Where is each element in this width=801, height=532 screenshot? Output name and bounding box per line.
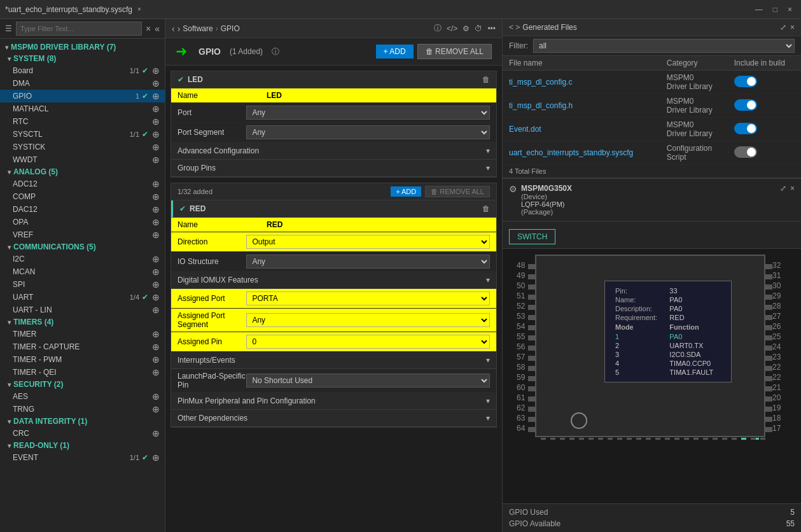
popup-pin-value: 33 [667,286,723,295]
file-link-1[interactable]: ti_msp_dl_config.c [509,78,572,87]
popup-mode-1[interactable]: 1 [613,332,667,341]
sidebar-item-timer-pwm[interactable]: TIMER - PWM ⊕ [0,353,165,366]
device-expand-icon[interactable]: ⤢ [780,184,786,193]
toggle-3[interactable] [734,123,757,134]
interrupts-header[interactable]: Interrupts/Events ▾ [171,352,496,369]
sidebar-item-systick[interactable]: SYSTICK ⊕ [0,141,165,153]
assigned-port-segment-select[interactable]: Any [246,313,490,327]
popup-func-2[interactable]: UART0.TX [667,341,723,350]
breadcrumb-software[interactable]: Software [183,24,212,33]
tab-close-icon[interactable]: × [137,6,141,13]
history-icon[interactable]: ⏱ [475,24,482,33]
red-delete-icon[interactable]: 🗑 [482,204,490,213]
sidebar-item-timer[interactable]: TIMER ⊕ [0,328,165,340]
sidebar-item-uart[interactable]: UART 1/4 ✔ ⊕ [0,291,165,304]
file-link-2[interactable]: ti_msp_dl_config.h [509,101,573,110]
led-section-header[interactable]: ✔ LED 🗑 [171,71,496,88]
back-button[interactable]: ‹ [172,24,175,34]
led-port-segment-select[interactable]: Any [246,125,490,139]
led-advanced-config-header[interactable]: Advanced Configuration ▾ [171,143,496,160]
sidebar-item-mathacl[interactable]: MATHACL ⊕ [0,102,165,115]
code-icon[interactable]: </> [447,24,457,33]
close-button[interactable]: × [784,4,796,15]
svg-text:22: 22 [772,373,781,382]
device-close-icon[interactable]: × [790,184,795,193]
toggle-1[interactable] [734,76,757,87]
switch-button[interactable]: SWITCH [509,229,555,244]
red-direction-select[interactable]: Output [246,235,490,249]
sidebar-item-mcan[interactable]: MCAN ⊕ [0,265,165,278]
sidebar-item-timer-qei[interactable]: TIMER - QEI ⊕ [0,366,165,379]
check-icon: ✔ [178,75,184,84]
file-link-4[interactable]: uart_echo_interrupts_standby.syscfg [509,148,633,157]
sidebar-item-opa[interactable]: OPA ⊕ [0,216,165,228]
tree-group-mspm0-header[interactable]: ▾ MSPM0 DRIVER LIBRARY (7) [0,41,165,53]
expand-icon[interactable]: ⤢ [780,23,786,32]
led-port-select[interactable]: Any [246,106,490,120]
info-icon[interactable]: ⓘ [434,23,442,34]
settings-icon[interactable]: ⚙ [463,24,470,33]
sidebar-menu-icon[interactable]: ☰ [5,24,12,33]
digital-iomux-header[interactable]: Digital IOMUX Features ▾ [171,272,496,289]
assigned-port-select[interactable]: PORTA [246,291,490,305]
other-deps-header[interactable]: Other Dependencies ▾ [171,410,496,427]
sidebar-item-comp[interactable]: COMP ⊕ [0,190,165,203]
remove-all-button[interactable]: 🗑 REMOVE ALL [417,44,492,59]
sidebar-item-crc[interactable]: CRC ⊕ [0,427,165,440]
red-section-header[interactable]: ✔ RED 🗑 [171,200,496,218]
minimize-button[interactable]: — [751,4,767,15]
tree-group-security-header[interactable]: ▾ SECURITY (2) [0,379,165,390]
filter-select[interactable]: all [533,39,795,53]
pinmux-header[interactable]: PinMux Peripheral and Pin Configuration … [171,393,496,410]
sidebar-item-aes[interactable]: AES ⊕ [0,390,165,403]
tree-group-timers-header[interactable]: ▾ TIMERS (4) [0,316,165,328]
sidebar-item-event[interactable]: EVENT 1/1 ✔ ⊕ [0,451,165,464]
sidebar-item-sysctl[interactable]: SYSCTL 1/1 ✔ ⊕ [0,128,165,141]
popup-mode-3[interactable]: 3 [613,350,667,359]
assigned-pin-select[interactable]: 0 [246,335,490,349]
sidebar-collapse-icon[interactable]: « [155,24,160,34]
tree-group-system-header[interactable]: ▾ SYSTEM (8) [0,53,165,64]
sidebar-item-gpio[interactable]: GPIO 1 ✔ ⊕ [0,90,165,102]
tree-group-analog-header[interactable]: ▾ ANALOG (5) [0,166,165,178]
sidebar-close-icon[interactable]: × [146,24,151,34]
file-link-3[interactable]: Event.dot [509,125,541,134]
popup-func-1[interactable]: PA0 [667,332,723,341]
maximize-button[interactable]: □ [769,4,781,15]
led-delete-icon[interactable]: 🗑 [482,75,490,84]
sidebar-item-vref[interactable]: VREF ⊕ [0,228,165,241]
sidebar-item-adc12[interactable]: ADC12 ⊕ [0,178,165,190]
popup-func-5[interactable]: TIMA1.FAULT [667,368,723,377]
sidebar-item-trng[interactable]: TRNG ⊕ [0,403,165,416]
sidebar-item-uart-lin[interactable]: UART - LIN ⊕ [0,304,165,316]
sidebar-item-i2c[interactable]: I2C ⊕ [0,253,165,265]
sidebar-item-board[interactable]: Board 1/1 ✔ ⊕ [0,64,165,77]
launchpad-pin-select[interactable]: No Shortcut Used [246,374,490,388]
sidebar-filter-input[interactable] [16,22,142,36]
popup-mode-2[interactable]: 2 [613,341,667,350]
red-add-button[interactable]: + ADD [391,186,421,197]
red-io-structure-select[interactable]: Any [246,255,490,269]
tree-group-data-integrity-header[interactable]: ▾ DATA INTEGRITY (1) [0,416,165,427]
toggle-2[interactable] [734,99,757,111]
toggle-4[interactable] [734,146,757,158]
popup-mode-4[interactable]: 4 [613,359,667,368]
red-remove-all-button[interactable]: 🗑 REMOVE ALL [425,186,490,197]
close-icon[interactable]: × [790,23,795,32]
sidebar-item-dac12[interactable]: DAC12 ⊕ [0,203,165,216]
popup-mode-5[interactable]: 5 [613,368,667,377]
tree-group-readonly-header[interactable]: ▾ READ-ONLY (1) [0,440,165,451]
popup-func-3[interactable]: I2C0.SDA [667,350,723,359]
gpio-info-icon[interactable]: ⓘ [272,46,279,57]
sidebar-item-wwdt[interactable]: WWDT ⊕ [0,153,165,166]
tree-group-comms-header[interactable]: ▾ COMMUNICATIONS (5) [0,241,165,253]
forward-button[interactable]: › [178,24,181,34]
led-group-pins-header[interactable]: Group Pins ▾ [171,160,496,177]
sidebar-item-spi[interactable]: SPI ⊕ [0,278,165,291]
sidebar-item-rtc[interactable]: RTC ⊕ [0,115,165,128]
add-button[interactable]: + ADD [376,45,414,59]
sidebar-item-timer-capture[interactable]: TIMER - CAPTURE ⊕ [0,340,165,353]
sidebar-item-dma[interactable]: DMA ⊕ [0,77,165,90]
popup-func-4[interactable]: TIMA0.CCP0 [667,359,723,368]
more-icon[interactable]: ••• [487,24,496,33]
